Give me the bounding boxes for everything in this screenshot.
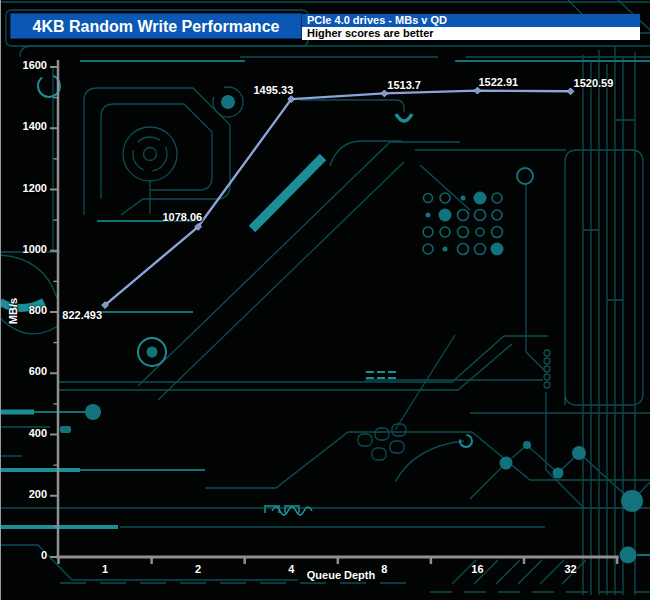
chart-image: MB/s Queue Depth 02004006008001000120014…	[0, 0, 650, 600]
data-point-marker	[474, 87, 481, 94]
chart-title: 4KB Random Write Performance	[10, 13, 302, 39]
data-point-marker	[381, 90, 388, 97]
chart-note: Higher scores are better	[302, 27, 640, 40]
chart-plot	[0, 0, 650, 600]
image-border	[0, 0, 1, 600]
data-point-marker	[567, 88, 574, 95]
chart-subtitle: PCIe 4.0 drives - MBs v QD	[302, 14, 640, 27]
series-line	[105, 91, 571, 306]
